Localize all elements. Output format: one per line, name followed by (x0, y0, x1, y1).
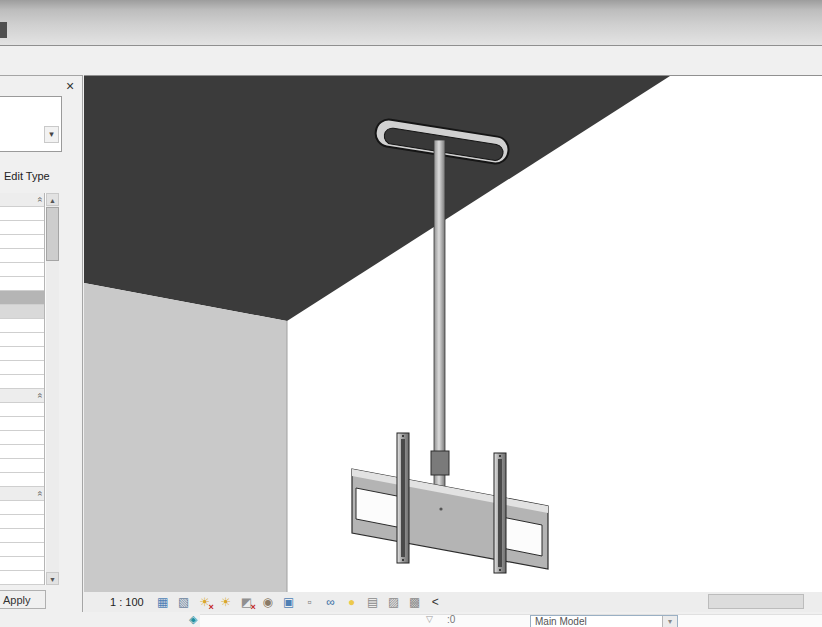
crop-view-icon[interactable]: ▣ (281, 594, 297, 610)
apply-button[interactable]: Apply (0, 590, 46, 609)
reveal-hidden-elements-icon[interactable]: ● (344, 594, 360, 610)
temporary-view-properties-icon-glyph: ▤ (365, 594, 381, 610)
type-selector[interactable]: ▾ (0, 96, 62, 152)
pole-connector[interactable] (431, 451, 449, 475)
property-row[interactable] (0, 515, 44, 529)
chevron-down-icon[interactable]: ▾ (662, 616, 677, 627)
crop-view-icon-glyph: ▣ (281, 594, 297, 610)
ceiling-plane[interactable] (84, 76, 670, 321)
visual-style-icon[interactable]: ▧ (176, 594, 192, 610)
collapse-bar-icon[interactable]: < (432, 595, 439, 609)
property-row[interactable] (0, 375, 44, 389)
sun-path-icon[interactable]: ☀ (218, 594, 234, 610)
close-icon[interactable]: × (62, 78, 78, 94)
property-row[interactable] (0, 473, 44, 487)
property-row[interactable] (0, 501, 44, 515)
analytical-model-icon-glyph: ▨ (386, 594, 402, 610)
property-section-header[interactable]: « (0, 487, 44, 501)
property-row[interactable] (0, 431, 44, 445)
collapse-section-icon[interactable]: « (34, 197, 45, 202)
worksharing-icon[interactable]: ◈ (189, 613, 197, 626)
temporary-view-properties-icon[interactable]: ▤ (365, 594, 381, 610)
filter-icon[interactable]: ▽ (426, 614, 433, 624)
property-row[interactable] (0, 235, 44, 249)
edit-type-button[interactable]: Edit Type (4, 170, 50, 182)
property-row[interactable] (0, 263, 44, 277)
sun-path-off-icon[interactable]: ☀× (197, 594, 213, 610)
property-row[interactable] (0, 277, 44, 291)
main-model-select[interactable]: Main Model ▾ (530, 615, 678, 627)
show-crop-region-icon-glyph: ▫ (302, 594, 318, 610)
property-row[interactable] (0, 403, 44, 417)
property-row[interactable] (0, 291, 44, 305)
rendering-dialog-icon[interactable]: ◉ (260, 594, 276, 610)
property-row[interactable] (0, 221, 44, 235)
mount-rail-left[interactable] (397, 433, 409, 563)
titlebar (0, 0, 822, 46)
temporary-hide-isolate-icon[interactable]: ∞ (323, 594, 339, 610)
sun-path-icon-glyph: ☀ (218, 594, 234, 610)
status-field (200, 614, 822, 627)
property-row[interactable] (0, 459, 44, 473)
property-row[interactable] (0, 249, 44, 263)
scale-button[interactable]: 1 : 100 (110, 596, 144, 608)
properties-scrollbar[interactable]: ▲ ▼ (45, 193, 59, 585)
collapse-section-icon[interactable]: « (34, 393, 45, 398)
mount-bracket-plate[interactable] (352, 469, 548, 569)
detail-level-icon[interactable]: ▦ (155, 594, 171, 610)
visual-style-icon-glyph: ▧ (176, 594, 192, 610)
selection-count: :0 (447, 614, 455, 625)
mount-pole[interactable] (434, 140, 445, 488)
property-row[interactable] (0, 333, 44, 347)
analytical-model-icon[interactable]: ▨ (386, 594, 402, 610)
horizontal-scrollbar-thumb[interactable] (708, 594, 804, 609)
revit-window: × ▾ Edit Type ««« ▲ ▼ Apply (0, 0, 822, 627)
left-wall-plane[interactable] (84, 283, 287, 593)
status-bar: ◈ ▽ :0 Main Model ▾ (0, 612, 822, 627)
reveal-constraints-icon[interactable]: ▩ (407, 594, 423, 610)
collapse-section-icon[interactable]: « (34, 491, 45, 496)
detail-level-icon-glyph: ▦ (155, 594, 171, 610)
property-row[interactable] (0, 543, 44, 557)
property-row[interactable] (0, 445, 44, 459)
property-row[interactable] (0, 361, 44, 375)
properties-panel: × ▾ Edit Type ««« ▲ ▼ Apply (0, 75, 83, 612)
reveal-hidden-elements-icon-glyph: ● (344, 594, 360, 610)
property-row[interactable] (0, 571, 44, 585)
property-grid: ««« (0, 193, 45, 585)
reveal-constraints-icon-glyph: ▩ (407, 594, 423, 610)
property-row[interactable] (0, 557, 44, 571)
main-model-label: Main Model (535, 616, 587, 627)
property-section-header[interactable]: « (0, 193, 44, 207)
property-row[interactable] (0, 207, 44, 221)
property-row[interactable] (0, 529, 44, 543)
chevron-down-icon[interactable]: ▾ (44, 126, 59, 143)
rendering-dialog-icon-glyph: ◉ (260, 594, 276, 610)
scroll-up-icon[interactable]: ▲ (46, 193, 59, 206)
ribbon-fragment-icon (0, 22, 7, 38)
mount-rail-right[interactable] (494, 453, 506, 573)
view-control-bar: 1 : 100 ▦▧☀×☀◩×◉▣▫∞●▤▨▩ < (84, 592, 822, 612)
property-row[interactable] (0, 347, 44, 361)
3d-scene (84, 76, 822, 593)
property-row[interactable] (0, 417, 44, 431)
bracket-center-mark (439, 507, 442, 510)
temporary-hide-isolate-icon-glyph: ∞ (323, 594, 339, 610)
scroll-down-icon[interactable]: ▼ (46, 572, 59, 585)
property-row[interactable] (0, 305, 44, 319)
property-row[interactable] (0, 319, 44, 333)
sun-path-off-icon-badge: × (208, 603, 213, 612)
scrollbar-thumb[interactable] (46, 207, 59, 261)
property-section-header[interactable]: « (0, 389, 44, 403)
show-crop-region-icon[interactable]: ▫ (302, 594, 318, 610)
view-control-icons: ▦▧☀×☀◩×◉▣▫∞●▤▨▩ (155, 594, 423, 610)
shadows-off-icon[interactable]: ◩× (239, 594, 255, 610)
3d-viewport[interactable] (84, 75, 822, 592)
shadows-off-icon-badge: × (250, 603, 255, 612)
